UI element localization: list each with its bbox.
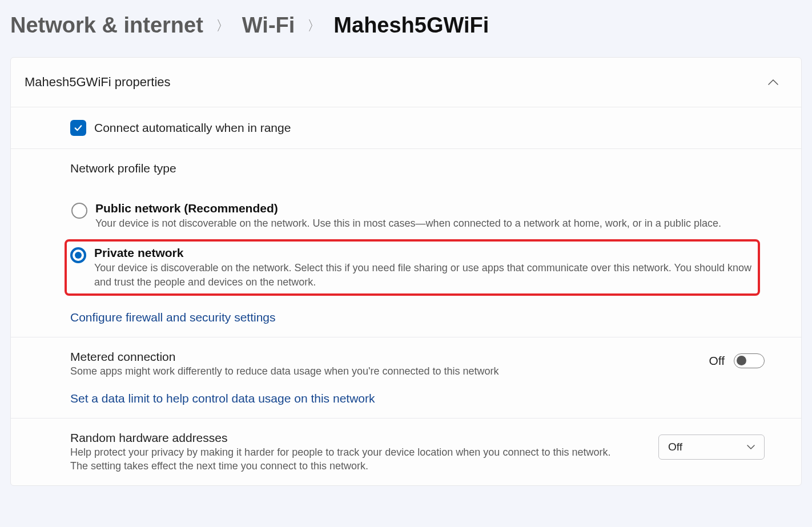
panel-title: Mahesh5GWiFi properties bbox=[25, 75, 171, 90]
metered-toggle-label: Off bbox=[709, 354, 725, 368]
firewall-settings-link[interactable]: Configure firewall and security settings bbox=[70, 311, 276, 324]
radio-icon[interactable] bbox=[70, 247, 86, 263]
radio-public-network[interactable]: Public network (Recommended) Your device… bbox=[70, 198, 787, 234]
toggle-knob-icon bbox=[737, 356, 746, 365]
random-title: Random hardware addresses bbox=[70, 431, 647, 445]
panel-header[interactable]: Mahesh5GWiFi properties bbox=[11, 58, 801, 107]
data-limit-link[interactable]: Set a data limit to help control data us… bbox=[70, 392, 375, 405]
connect-auto-checkbox[interactable] bbox=[70, 120, 86, 136]
connect-auto-row: Connect automatically when in range bbox=[11, 107, 801, 149]
metered-title: Metered connection bbox=[70, 350, 697, 364]
dropdown-value: Off bbox=[668, 441, 682, 453]
chevron-right-icon: 〉 bbox=[307, 17, 321, 35]
properties-panel: Mahesh5GWiFi properties Connect automati… bbox=[10, 57, 802, 486]
profile-type-title: Network profile type bbox=[70, 162, 787, 175]
chevron-down-icon bbox=[747, 442, 755, 452]
connect-auto-label: Connect automatically when in range bbox=[94, 121, 291, 135]
radio-private-title: Private network bbox=[94, 246, 754, 260]
radio-private-network[interactable]: Private network Your device is discovera… bbox=[65, 239, 760, 296]
random-dropdown[interactable]: Off bbox=[658, 435, 765, 460]
breadcrumb-wifi[interactable]: Wi-Fi bbox=[242, 13, 295, 38]
chevron-right-icon: 〉 bbox=[216, 17, 230, 35]
radio-public-desc: Your device is not discoverable on the n… bbox=[95, 216, 721, 230]
radio-public-title: Public network (Recommended) bbox=[95, 202, 721, 215]
profile-radio-group: Public network (Recommended) Your device… bbox=[70, 198, 787, 296]
metered-toggle[interactable] bbox=[734, 353, 765, 368]
chevron-up-icon bbox=[768, 77, 778, 88]
breadcrumb-network-internet[interactable]: Network & internet bbox=[10, 13, 203, 38]
breadcrumb: Network & internet 〉 Wi-Fi 〉 Mahesh5GWiF… bbox=[10, 13, 802, 38]
radio-icon[interactable] bbox=[71, 203, 87, 219]
metered-section: Metered connection Some apps might work … bbox=[11, 337, 801, 419]
random-desc: Help protect your privacy by making it h… bbox=[70, 446, 618, 473]
random-addresses-section: Random hardware addresses Help protect y… bbox=[11, 419, 801, 485]
profile-type-section: Network profile type Public network (Rec… bbox=[11, 149, 801, 337]
radio-text: Public network (Recommended) Your device… bbox=[95, 202, 721, 230]
radio-private-desc: Your device is discoverable on the netwo… bbox=[94, 261, 754, 289]
breadcrumb-current: Mahesh5GWiFi bbox=[333, 13, 489, 38]
radio-text: Private network Your device is discovera… bbox=[94, 246, 754, 289]
metered-desc: Some apps might work differently to redu… bbox=[70, 365, 618, 378]
metered-toggle-wrap: Off bbox=[709, 353, 765, 368]
